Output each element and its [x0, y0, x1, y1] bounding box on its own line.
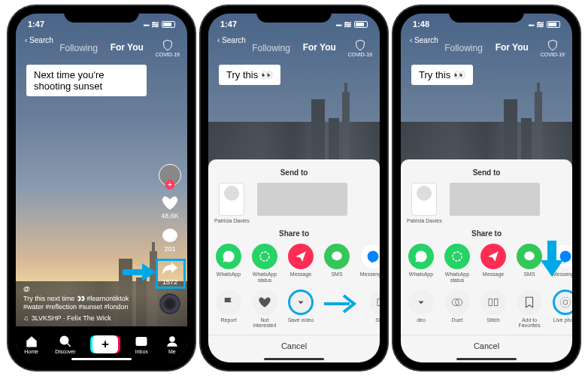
share-whatsapp[interactable]: WhatsApp	[407, 244, 435, 283]
screen: 1:47 Search Following• For You COVID-19 …	[16, 14, 187, 362]
covid-badge[interactable]: COVID-19	[348, 39, 372, 57]
shield-icon	[547, 39, 559, 51]
status-time: 1:47	[220, 20, 237, 29]
wifi-icon	[151, 19, 159, 30]
video-caption-text: Try this next time 👀 #learnontiktok #wat…	[23, 295, 144, 312]
whatsapp-icon	[414, 250, 428, 263]
tab-foryou[interactable]: For You	[303, 42, 336, 53]
phone-notch	[256, 6, 332, 23]
stitch-icon	[486, 296, 500, 309]
share-social-row[interactable]: WhatsApp WhatsApp status Message SMS Mes…	[208, 241, 380, 286]
like-button[interactable]: 48,6K	[161, 194, 179, 220]
share-message[interactable]: Message	[479, 244, 508, 283]
flag-icon	[222, 296, 235, 309]
annotation-arrow	[323, 293, 360, 329]
battery-icon	[354, 21, 368, 28]
music-ticker[interactable]: ♫ 3LVKSHP · Felix The Wick	[23, 314, 144, 322]
person-icon	[165, 335, 179, 348]
tab-foryou[interactable]: For You	[496, 42, 529, 53]
messenger-icon	[366, 250, 380, 263]
screen: 1:48 Search Following• For You COVID-19 …	[401, 14, 572, 362]
nav-inbox[interactable]: Inbox	[135, 335, 148, 354]
action-report[interactable]: Report	[214, 290, 243, 329]
shield-icon	[162, 39, 174, 51]
svg-point-4	[260, 252, 269, 261]
action-save-video[interactable]: Save video	[286, 290, 315, 329]
profile-avatar[interactable]: +	[159, 164, 181, 186]
contact-tile[interactable]: Patricia Davies	[214, 183, 250, 224]
share-sms[interactable]: SMS	[323, 244, 351, 283]
home-indicator[interactable]	[264, 358, 324, 360]
share-social-row[interactable]: WhatsApp WhatsApp status Message SMS Mes…	[401, 241, 572, 286]
contact-tile[interactable]: Patricia Davies	[407, 183, 442, 224]
signal-icon	[336, 20, 341, 29]
nav-me[interactable]: Me	[165, 335, 179, 354]
phone-mockup-1: 1:47 Search Following• For You COVID-19 …	[8, 6, 195, 370]
create-button[interactable]: +	[92, 335, 118, 353]
status-time: 1:48	[413, 20, 429, 29]
battery-icon	[547, 21, 560, 28]
share-message[interactable]: Message	[286, 244, 315, 283]
nav-discover[interactable]: Discover	[55, 335, 75, 354]
wifi-icon	[536, 19, 544, 30]
share-whatsapp-status[interactable]: WhatsApp status	[250, 244, 279, 283]
action-stitch[interactable]: Stitch	[368, 290, 380, 329]
video-caption-overlay: Try this 👀	[219, 65, 280, 85]
tab-following[interactable]: Following•	[59, 42, 100, 53]
cancel-button[interactable]: Cancel	[401, 335, 572, 356]
action-save-video-partial[interactable]: deo	[407, 290, 435, 329]
tab-following[interactable]: Following•	[444, 42, 485, 53]
inbox-icon	[135, 335, 148, 348]
tab-foryou[interactable]: For You	[111, 42, 144, 53]
action-not-interested[interactable]: Not interested	[250, 290, 279, 329]
video-bg	[401, 77, 572, 167]
action-duet[interactable]: Duet	[443, 290, 471, 329]
username[interactable]	[23, 285, 144, 293]
action-stitch[interactable]: Stitch	[479, 290, 508, 329]
send-to-row[interactable]: Patricia Davies	[401, 180, 572, 227]
share-actions-row-2[interactable]: deo Duet Stitch Add to Favorites Live ph…	[401, 287, 572, 332]
action-live-photo[interactable]: Live photo	[551, 290, 572, 329]
action-add-favorites[interactable]: Add to Favorites	[515, 290, 544, 329]
download-icon	[414, 296, 428, 309]
nav-home[interactable]: Home	[24, 335, 38, 354]
sms-icon	[330, 250, 344, 263]
tab-following[interactable]: Following•	[252, 42, 292, 53]
svg-rect-6	[377, 299, 380, 305]
share-sheet: Send to Patricia Davies Share to WhatsAp…	[401, 159, 572, 362]
svg-rect-13	[495, 299, 499, 305]
svg-point-0	[162, 229, 177, 242]
comment-button[interactable]: 201	[161, 227, 179, 253]
sound-disc[interactable]	[159, 293, 180, 314]
svg-rect-2	[137, 338, 147, 346]
signal-icon	[529, 20, 534, 29]
home-indicator[interactable]	[71, 358, 132, 360]
covid-badge[interactable]: COVID-19	[541, 39, 565, 57]
duet-icon	[450, 296, 464, 309]
svg-point-8	[453, 252, 462, 261]
follow-plus-icon[interactable]: +	[165, 180, 175, 190]
share-sms[interactable]: SMS	[515, 244, 544, 283]
phone-notch	[449, 6, 524, 23]
shield-icon	[354, 39, 366, 51]
share-messenger[interactable]: Messenger	[359, 244, 380, 283]
share-actions-row[interactable]: Report Not interested Save video Stitch	[208, 287, 380, 332]
battery-icon	[162, 21, 175, 28]
video-meta: Try this next time 👀 #learnontiktok #wat…	[23, 285, 144, 322]
comment-icon	[161, 227, 179, 245]
svg-point-3	[170, 337, 174, 341]
send-to-header: Send to	[208, 165, 380, 180]
send-to-row[interactable]: Patricia Davies	[208, 180, 380, 227]
bottom-bar: Home Discover + Inbox Me	[16, 326, 187, 362]
screen: 1:47 Search Following• For You COVID-19 …	[208, 14, 380, 362]
contacts-blurred	[257, 183, 347, 216]
share-whatsapp-status[interactable]: WhatsApp status	[443, 244, 471, 283]
svg-rect-12	[489, 299, 493, 305]
share-whatsapp[interactable]: WhatsApp	[214, 244, 243, 283]
covid-badge[interactable]: COVID-19	[156, 39, 180, 57]
home-indicator[interactable]	[456, 358, 517, 360]
send-icon	[294, 250, 308, 263]
cancel-button[interactable]: Cancel	[208, 335, 380, 356]
video-caption-overlay: Try this 👀	[411, 65, 473, 85]
whatsapp-status-icon	[450, 250, 464, 263]
